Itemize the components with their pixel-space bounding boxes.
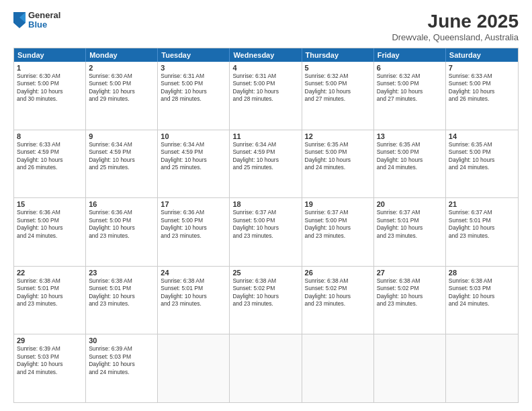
day-number: 6 [377,64,443,72]
day-info: Sunrise: 6:34 AMSunset: 4:59 PMDaylight:… [232,141,298,172]
day-cell-29: 29Sunrise: 6:39 AMSunset: 5:03 PMDayligh… [14,334,86,402]
logo-blue-text: Blue [28,20,60,30]
day-number: 1 [17,64,83,72]
week-row-3: 15Sunrise: 6:36 AMSunset: 5:00 PMDayligh… [14,197,518,266]
day-info: Sunrise: 6:36 AMSunset: 5:00 PMDaylight:… [17,209,83,240]
day-cell-12: 12Sunrise: 6:35 AMSunset: 5:00 PMDayligh… [302,130,374,198]
day-info: Sunrise: 6:38 AMSunset: 5:01 PMDaylight:… [161,277,226,308]
header-day-saturday: Saturday [446,48,518,62]
day-cell-30: 30Sunrise: 6:39 AMSunset: 5:03 PMDayligh… [86,334,158,402]
header-day-thursday: Thursday [302,48,374,62]
day-cell-15: 15Sunrise: 6:36 AMSunset: 5:00 PMDayligh… [14,198,86,266]
day-cell-27: 27Sunrise: 6:38 AMSunset: 5:02 PMDayligh… [374,267,446,334]
week-row-4: 22Sunrise: 6:38 AMSunset: 5:01 PMDayligh… [14,266,518,334]
day-number: 7 [449,64,515,72]
day-info: Sunrise: 6:38 AMSunset: 5:03 PMDaylight:… [449,277,515,308]
day-info: Sunrise: 6:31 AMSunset: 5:00 PMDaylight:… [232,73,298,103]
day-info: Sunrise: 6:39 AMSunset: 5:03 PMDaylight:… [89,345,154,376]
day-cell-22: 22Sunrise: 6:38 AMSunset: 5:01 PMDayligh… [14,267,86,334]
day-number: 16 [89,200,154,208]
calendar-header: SundayMondayTuesdayWednesdayThursdayFrid… [14,48,518,62]
day-number: 26 [305,269,371,277]
day-info: Sunrise: 6:31 AMSunset: 5:00 PMDaylight:… [161,73,226,103]
day-number: 29 [17,336,83,345]
day-info: Sunrise: 6:37 AMSunset: 5:01 PMDaylight:… [449,209,515,240]
header-day-monday: Monday [86,48,158,62]
header-day-sunday: Sunday [14,48,86,62]
day-number: 21 [449,200,515,208]
logo-icon [13,12,26,28]
day-info: Sunrise: 6:32 AMSunset: 5:00 PMDaylight:… [377,73,443,103]
day-number: 10 [161,132,226,140]
location: Drewvale, Queensland, Australia [392,32,519,42]
day-number: 25 [232,269,298,277]
day-cell-3: 3Sunrise: 6:31 AMSunset: 5:00 PMDaylight… [158,62,230,130]
day-number: 15 [17,200,83,208]
day-info: Sunrise: 6:38 AMSunset: 5:02 PMDaylight:… [377,277,443,308]
empty-cell [230,334,302,402]
day-info: Sunrise: 6:35 AMSunset: 5:00 PMDaylight:… [305,141,371,172]
day-number: 9 [89,132,154,140]
day-number: 8 [17,132,83,140]
header: General Blue June 2025 Drewvale, Queensl… [13,11,519,42]
logo: General Blue [13,11,60,30]
day-cell-6: 6Sunrise: 6:32 AMSunset: 5:00 PMDaylight… [374,62,446,130]
header-day-friday: Friday [374,48,446,62]
empty-cell [446,334,518,402]
day-cell-25: 25Sunrise: 6:38 AMSunset: 5:02 PMDayligh… [230,267,302,334]
day-number: 27 [377,269,443,277]
day-number: 13 [377,132,443,140]
day-info: Sunrise: 6:34 AMSunset: 4:59 PMDaylight:… [89,141,154,172]
day-number: 3 [161,64,226,72]
day-cell-23: 23Sunrise: 6:38 AMSunset: 5:01 PMDayligh… [86,267,158,334]
week-row-5: 29Sunrise: 6:39 AMSunset: 5:03 PMDayligh… [14,334,518,402]
empty-cell [374,334,446,402]
calendar-body: 1Sunrise: 6:30 AMSunset: 5:00 PMDaylight… [14,62,518,402]
day-cell-24: 24Sunrise: 6:38 AMSunset: 5:01 PMDayligh… [158,267,230,334]
day-number: 19 [305,200,371,208]
day-info: Sunrise: 6:34 AMSunset: 4:59 PMDaylight:… [161,141,226,172]
day-cell-18: 18Sunrise: 6:37 AMSunset: 5:00 PMDayligh… [230,198,302,266]
day-info: Sunrise: 6:38 AMSunset: 5:01 PMDaylight:… [89,277,154,308]
day-number: 4 [232,64,298,72]
day-number: 20 [377,200,443,208]
day-number: 5 [305,64,371,72]
day-info: Sunrise: 6:30 AMSunset: 5:00 PMDaylight:… [17,73,83,103]
day-info: Sunrise: 6:36 AMSunset: 5:00 PMDaylight:… [161,209,226,240]
empty-cell [302,334,374,402]
day-cell-8: 8Sunrise: 6:33 AMSunset: 4:59 PMDaylight… [14,130,86,198]
header-day-wednesday: Wednesday [230,48,302,62]
day-cell-17: 17Sunrise: 6:36 AMSunset: 5:00 PMDayligh… [158,198,230,266]
day-info: Sunrise: 6:37 AMSunset: 5:00 PMDaylight:… [305,209,371,240]
month-title: June 2025 [392,11,519,32]
day-number: 14 [449,132,515,140]
empty-cell [158,334,230,402]
day-info: Sunrise: 6:33 AMSunset: 5:00 PMDaylight:… [449,73,515,103]
day-cell-7: 7Sunrise: 6:33 AMSunset: 5:00 PMDaylight… [446,62,518,130]
day-cell-5: 5Sunrise: 6:32 AMSunset: 5:00 PMDaylight… [302,62,374,130]
week-row-2: 8Sunrise: 6:33 AMSunset: 4:59 PMDaylight… [14,130,518,198]
day-number: 30 [89,336,154,345]
day-info: Sunrise: 6:39 AMSunset: 5:03 PMDaylight:… [17,345,83,376]
day-cell-10: 10Sunrise: 6:34 AMSunset: 4:59 PMDayligh… [158,130,230,198]
day-number: 12 [305,132,371,140]
header-day-tuesday: Tuesday [158,48,230,62]
day-info: Sunrise: 6:30 AMSunset: 5:00 PMDaylight:… [89,73,154,103]
day-cell-4: 4Sunrise: 6:31 AMSunset: 5:00 PMDaylight… [230,62,302,130]
day-info: Sunrise: 6:38 AMSunset: 5:02 PMDaylight:… [305,277,371,308]
day-cell-26: 26Sunrise: 6:38 AMSunset: 5:02 PMDayligh… [302,267,374,334]
day-number: 28 [449,269,515,277]
day-cell-19: 19Sunrise: 6:37 AMSunset: 5:00 PMDayligh… [302,198,374,266]
day-info: Sunrise: 6:32 AMSunset: 5:00 PMDaylight:… [305,73,371,103]
day-info: Sunrise: 6:37 AMSunset: 5:00 PMDaylight:… [232,209,298,240]
day-info: Sunrise: 6:33 AMSunset: 4:59 PMDaylight:… [17,141,83,172]
day-number: 22 [17,269,83,277]
logo-general-text: General [28,11,60,20]
day-cell-2: 2Sunrise: 6:30 AMSunset: 5:00 PMDaylight… [86,62,158,130]
day-cell-16: 16Sunrise: 6:36 AMSunset: 5:00 PMDayligh… [86,198,158,266]
day-number: 18 [232,200,298,208]
day-info: Sunrise: 6:35 AMSunset: 5:00 PMDaylight:… [377,141,443,172]
day-cell-13: 13Sunrise: 6:35 AMSunset: 5:00 PMDayligh… [374,130,446,198]
week-row-1: 1Sunrise: 6:30 AMSunset: 5:00 PMDaylight… [14,62,518,130]
day-cell-11: 11Sunrise: 6:34 AMSunset: 4:59 PMDayligh… [230,130,302,198]
